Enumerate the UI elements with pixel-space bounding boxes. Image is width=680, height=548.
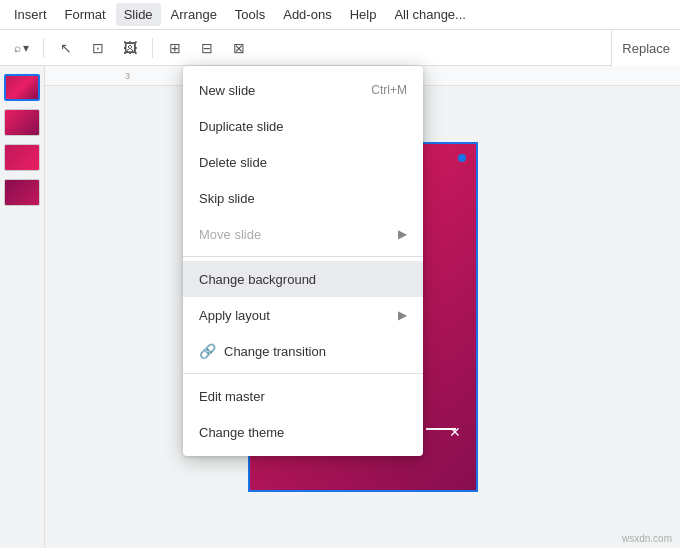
align-tool-btn[interactable]: ⊟: [193, 34, 221, 62]
main-area: 1 2 3 4 3 4 5 C Consul Proposa: [0, 66, 680, 548]
move-slide-submenu-arrow: ▶: [398, 227, 407, 241]
menu-change-theme[interactable]: Change theme: [183, 414, 423, 450]
menu-allchange[interactable]: All change...: [386, 3, 474, 26]
menu-new-slide-label: New slide: [199, 83, 255, 98]
slide-wrapper-1: 1: [4, 74, 40, 101]
slide-panel: 1 2 3 4: [0, 66, 45, 548]
menu-move-slide: Move slide ▶: [183, 216, 423, 252]
image-tool-btn[interactable]: 🖼: [116, 34, 144, 62]
watermark: wsxdn.com: [622, 533, 672, 544]
toolbar-separator-1: [43, 38, 44, 58]
menu-skip-slide[interactable]: Skip slide: [183, 180, 423, 216]
menu-tools[interactable]: Tools: [227, 3, 273, 26]
menu-delete-slide[interactable]: Delete slide: [183, 144, 423, 180]
slide-thumb-4[interactable]: [4, 179, 40, 206]
dropdown-separator-1: [183, 256, 423, 257]
menu-change-transition[interactable]: 🔗 Change transition: [183, 333, 423, 369]
menu-new-slide-shortcut: Ctrl+M: [371, 83, 407, 97]
slide-wrapper-4: 4: [4, 179, 40, 206]
menu-change-background-label: Change background: [199, 272, 316, 287]
replace-button[interactable]: Replace: [611, 30, 680, 66]
zoom-value: ▾: [23, 41, 29, 55]
menu-edit-master-label: Edit master: [199, 389, 265, 404]
menu-addons[interactable]: Add-ons: [275, 3, 339, 26]
extra-icon: ⊠: [233, 40, 245, 56]
apply-layout-submenu-arrow: ▶: [398, 308, 407, 322]
crop-icon: ⊞: [169, 40, 181, 56]
menu-change-background[interactable]: Change background: [183, 261, 423, 297]
menu-delete-slide-label: Delete slide: [199, 155, 267, 170]
dropdown-separator-2: [183, 373, 423, 374]
menu-bar: Insert Format Slide Arrange Tools Add-on…: [0, 0, 680, 30]
menu-change-theme-label: Change theme: [199, 425, 284, 440]
textbox-tool-btn[interactable]: ⊡: [84, 34, 112, 62]
menu-insert[interactable]: Insert: [6, 3, 55, 26]
menu-move-slide-label: Move slide: [199, 227, 261, 242]
transition-link-icon: 🔗: [199, 343, 216, 359]
slide-thumb-1[interactable]: [4, 74, 40, 101]
zoom-icon: ⌕: [14, 41, 21, 55]
menu-change-transition-label: Change transition: [224, 344, 326, 359]
menu-help[interactable]: Help: [342, 3, 385, 26]
menu-duplicate-slide-label: Duplicate slide: [199, 119, 284, 134]
slide-close-icon: ✕: [449, 424, 461, 440]
align-icon: ⊟: [201, 40, 213, 56]
toolbar-separator-2: [152, 38, 153, 58]
image-icon: 🖼: [123, 40, 137, 56]
zoom-control[interactable]: ⌕ ▾: [8, 39, 35, 57]
menu-new-slide[interactable]: New slide Ctrl+M: [183, 72, 423, 108]
selection-handle[interactable]: [458, 154, 466, 162]
change-transition-content: 🔗 Change transition: [199, 343, 326, 359]
crop-tool-btn[interactable]: ⊞: [161, 34, 189, 62]
slide-dropdown-menu: New slide Ctrl+M Duplicate slide Delete …: [183, 66, 423, 456]
menu-skip-slide-label: Skip slide: [199, 191, 255, 206]
menu-apply-layout-label: Apply layout: [199, 308, 270, 323]
menu-arrange[interactable]: Arrange: [163, 3, 225, 26]
cursor-tool-btn[interactable]: ↖: [52, 34, 80, 62]
menu-edit-master[interactable]: Edit master: [183, 378, 423, 414]
menu-apply-layout[interactable]: Apply layout ▶: [183, 297, 423, 333]
slide-wrapper-3: 3: [4, 144, 40, 171]
menu-duplicate-slide[interactable]: Duplicate slide: [183, 108, 423, 144]
extra-tool-btn[interactable]: ⊠: [225, 34, 253, 62]
textbox-icon: ⊡: [92, 40, 104, 56]
menu-format[interactable]: Format: [57, 3, 114, 26]
cursor-icon: ↖: [60, 40, 72, 56]
slide-thumb-2[interactable]: [4, 109, 40, 136]
menu-slide[interactable]: Slide: [116, 3, 161, 26]
toolbar: ⌕ ▾ ↖ ⊡ 🖼 ⊞ ⊟ ⊠ Replace: [0, 30, 680, 66]
slide-thumb-3[interactable]: [4, 144, 40, 171]
slide-wrapper-2: 2: [4, 109, 40, 136]
ruler-mark-3: 3: [125, 71, 130, 81]
